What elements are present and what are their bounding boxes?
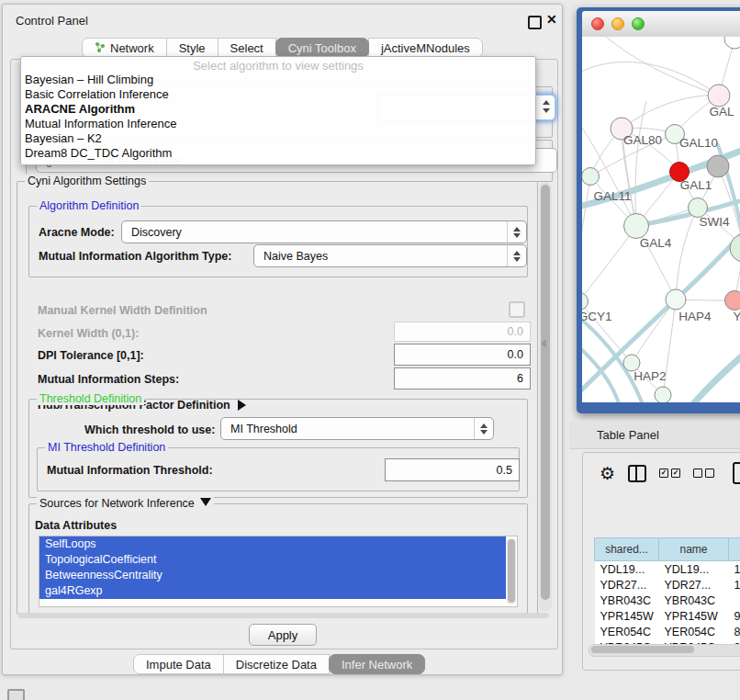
split-columns-icon[interactable] [628, 465, 646, 482]
table-scroll-area[interactable]: shared... name YDL19...YDL19...13YDR27..… [589, 495, 740, 644]
table-row[interactable]: YPR145WYPR145W9. [595, 608, 740, 624]
settings-horizontal-scrollbar[interactable] [18, 613, 549, 618]
algorithm-option-bayesian-hill-climbing[interactable]: Bayesian – Hill Climbing [21, 73, 535, 87]
attribute-item-selfloops[interactable]: SelfLoops [39, 536, 506, 552]
bottom-tab-infer-network[interactable]: Infer Network [329, 654, 425, 674]
which-threshold-combobox[interactable]: MI Threshold [220, 417, 494, 440]
column-header-name[interactable]: name [659, 538, 729, 561]
manual-kernel-width-checkbox[interactable] [509, 301, 525, 318]
threshold-definition-group: Threshold Definition Which threshold to … [28, 399, 528, 498]
network-node-hap4[interactable] [666, 289, 686, 310]
table-panel-title: Table Panel [597, 428, 659, 442]
dropdown-options: Bayesian – Hill ClimbingBasic Correlatio… [21, 73, 535, 161]
network-node[interactable] [730, 234, 740, 262]
dpi-tolerance-field[interactable]: 0.0 [394, 344, 531, 366]
attribute-item-betweennesscentrality[interactable]: BetweennessCentrality [39, 568, 506, 583]
node-label-gal4: GAL4 [640, 236, 672, 250]
algorithm-option-dream8-dc-tdc-algorithm[interactable]: Dream8 DC_TDC Algorithm [21, 146, 535, 161]
spinner-arrows-icon [474, 418, 493, 439]
settings-vertical-scrollbar[interactable] [539, 182, 552, 612]
algorithm-option-aracne-algorithm[interactable]: ARACNE Algorithm [21, 102, 535, 117]
attribute-item-gal4rgexp[interactable]: gal4RGexp [39, 583, 506, 599]
node-label-gcy1: GCY1 [582, 310, 611, 323]
node-table: shared... name YDL19...YDL19...13YDR27..… [594, 537, 740, 644]
network-node-y[interactable] [725, 291, 740, 310]
docked-panel-icon[interactable] [7, 689, 25, 700]
panel-splitter-handle[interactable] [541, 339, 546, 348]
attributes-scrollbar[interactable] [507, 538, 516, 604]
tab-cyni-toolbox[interactable]: Cyni Toolbox [275, 38, 369, 58]
mi-threshold-definition-group: MI Threshold Definition Mutual Informati… [37, 447, 520, 491]
table-cell: YDL19... [595, 561, 659, 578]
tab-network[interactable]: Network [82, 38, 167, 58]
table-header-row: shared... name [595, 538, 740, 561]
new-table-icon[interactable] [733, 462, 740, 484]
table-row[interactable]: YDL19...YDL19...13 [595, 561, 740, 578]
column-header-shared-name[interactable]: shared... [595, 538, 659, 561]
sources-title-toggle[interactable]: Sources for Network Inference [37, 497, 214, 510]
network-node[interactable] [707, 155, 729, 177]
mi-steps-value: 6 [517, 372, 523, 385]
node-label-gal11: GAL11 [593, 189, 631, 203]
algorithm-option-bayesian-k2[interactable]: Bayesian – K2 [21, 131, 535, 146]
data-attributes-list[interactable]: SelfLoopsTopologicalCoefficientBetweenne… [39, 536, 518, 607]
mi-threshold-field[interactable]: 0.5 [385, 458, 520, 481]
tab-select[interactable]: Select [218, 38, 276, 58]
control-panel-title: Control Panel [16, 14, 88, 28]
apply-button[interactable]: Apply [249, 624, 317, 646]
float-window-icon[interactable] [528, 16, 542, 29]
network-node-gal11[interactable] [582, 168, 600, 186]
tab-label: Cyni Toolbox [288, 41, 356, 55]
mi-threshold-value: 0.5 [497, 464, 512, 477]
close-icon[interactable]: ✕ [546, 12, 557, 27]
table-cell: YER054C [595, 624, 659, 639]
which-threshold-label: Which threshold to use: [84, 423, 215, 436]
network-edges-teal [582, 141, 740, 402]
close-traffic-light-icon[interactable] [591, 17, 604, 30]
mi-threshold-definition-title: MI Threshold Definition [45, 441, 168, 454]
kernel-width-field[interactable]: 0.0 [394, 322, 531, 342]
table-cell: YER054C [659, 624, 729, 639]
sources-title: Sources for Network Inference [39, 497, 195, 510]
table-cell: YBR043C [659, 593, 729, 608]
network-node[interactable] [724, 37, 740, 49]
control-panel-window: Control Panel ✕ NetworkStyleSelectCyni T… [2, 4, 563, 675]
aracne-mode-combobox[interactable]: Discovery [121, 220, 527, 243]
mi-steps-field[interactable]: 6 [394, 367, 531, 390]
network-canvas[interactable]: GALGAL80GAL10GAL1GAL11SWI4GAL4GCY1HAP4YH… [582, 37, 740, 402]
network-node[interactable] [655, 387, 671, 402]
bottom-tab-discretize-data[interactable]: Discretize Data [223, 654, 330, 674]
table-row[interactable]: YER054CYER054C8. [595, 624, 740, 639]
mi-algorithm-type-value: Naive Bayes [254, 250, 507, 263]
select-all-columns-icon[interactable]: ✓✓ [659, 469, 680, 478]
network-window-titlebar[interactable] [582, 11, 740, 38]
dpi-tolerance-value: 0.0 [508, 348, 523, 361]
deselect-columns-icon[interactable] [693, 469, 714, 478]
table-cell: YPR145W [595, 608, 659, 624]
column-header-cut[interactable] [729, 538, 740, 561]
table-row[interactable]: YBR043CYBR043C [595, 593, 740, 608]
mi-algorithm-type-combobox[interactable]: Naive Bayes [253, 244, 527, 267]
minimize-traffic-light-icon[interactable] [611, 17, 624, 30]
network-node-gcy1[interactable] [582, 293, 589, 310]
attribute-item-topologicalcoefficient[interactable]: TopologicalCoefficient [39, 552, 506, 568]
tab-jactivemnodules[interactable]: jActiveMNodules [368, 38, 483, 58]
algorithm-definition-group: Algorithm Definition Aracne Mode: Discov… [28, 206, 528, 277]
settings-gear-icon[interactable]: ⚙ [600, 465, 615, 482]
algorithm-option-mutual-information-inference[interactable]: Mutual Information Inference [21, 117, 535, 131]
bottom-tab-impute-data[interactable]: Impute Data [133, 654, 224, 674]
cp-bottom-tab-bar: Impute DataDiscretize DataInfer Network [134, 654, 425, 674]
table-horizontal-scrollbar[interactable] [589, 644, 740, 657]
table-cell: 12 [729, 577, 740, 593]
algorithm-option-basic-correlation-inference[interactable]: Basic Correlation Inference [21, 87, 535, 102]
tab-style[interactable]: Style [166, 38, 219, 58]
table-cell: YBR043C [595, 593, 659, 608]
table-row[interactable]: YDR27...YDR27...12 [595, 577, 740, 593]
node-label-swi4: SWI4 [699, 215, 729, 229]
network-node-gal4[interactable] [624, 214, 649, 239]
table-cell [729, 593, 740, 608]
table-toolbar: ⚙ ✓✓ [583, 453, 740, 493]
zoom-traffic-light-icon[interactable] [632, 17, 645, 30]
spinner-arrows-icon [507, 245, 526, 266]
network-node-gal[interactable] [708, 85, 730, 107]
